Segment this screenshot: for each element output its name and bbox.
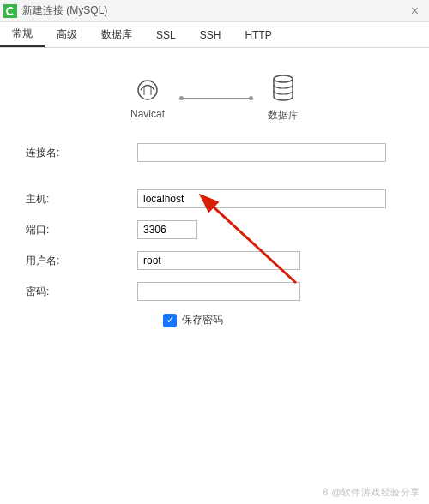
tab-database[interactable]: 数据库 <box>89 22 144 47</box>
pass-input[interactable] <box>137 282 300 301</box>
host-input[interactable] <box>137 189 386 208</box>
app-icon <box>3 4 17 18</box>
navicat-label: Navicat <box>130 108 165 120</box>
tab-label: 高级 <box>57 27 77 42</box>
conn-name-label: 连接名: <box>26 146 137 160</box>
tab-advanced[interactable]: 高级 <box>45 22 89 47</box>
tab-http[interactable]: HTTP <box>233 22 283 47</box>
connection-form: 连接名: 主机: 端口: 用户名: 密码: ✓ 保存密码 <box>0 143 429 327</box>
navicat-node: Navicat <box>130 77 165 120</box>
navicat-icon <box>132 77 163 103</box>
tab-label: SSH <box>200 29 221 41</box>
connection-line-icon <box>182 98 251 99</box>
watermark: 8 @软件游戏经验分享 <box>323 486 420 499</box>
tab-general[interactable]: 常规 <box>0 22 45 47</box>
window-title: 新建连接 (MySQL) <box>22 3 408 18</box>
port-input[interactable] <box>137 220 197 239</box>
pass-label: 密码: <box>26 285 137 299</box>
row-user: 用户名: <box>26 251 403 270</box>
row-host: 主机: <box>26 189 403 208</box>
database-node: 数据库 <box>268 74 299 123</box>
tab-ssl[interactable]: SSL <box>144 22 188 47</box>
tab-label: SSL <box>156 29 176 41</box>
database-icon <box>270 74 296 103</box>
user-label: 用户名: <box>26 254 137 268</box>
save-pass-label: 保存密码 <box>182 313 223 327</box>
user-input[interactable] <box>137 251 300 270</box>
row-save-pass: ✓ 保存密码 <box>163 313 403 327</box>
database-label: 数据库 <box>268 108 299 123</box>
tab-ssh[interactable]: SSH <box>188 22 233 47</box>
close-icon[interactable]: × <box>408 3 422 19</box>
host-label: 主机: <box>26 192 137 207</box>
save-pass-checkbox[interactable]: ✓ <box>163 314 177 327</box>
row-pass: 密码: <box>26 282 403 301</box>
tab-label: HTTP <box>245 29 271 41</box>
tab-label: 数据库 <box>101 27 132 42</box>
conn-name-input[interactable] <box>137 143 386 162</box>
tabs: 常规 高级 数据库 SSL SSH HTTP <box>0 22 429 48</box>
titlebar: 新建连接 (MySQL) × <box>0 0 429 22</box>
row-port: 端口: <box>26 220 403 239</box>
svg-point-1 <box>274 75 293 82</box>
row-conn-name: 连接名: <box>26 143 403 162</box>
port-label: 端口: <box>26 223 137 237</box>
tab-label: 常规 <box>12 27 33 41</box>
connection-diagram: Navicat 数据库 <box>0 74 429 123</box>
